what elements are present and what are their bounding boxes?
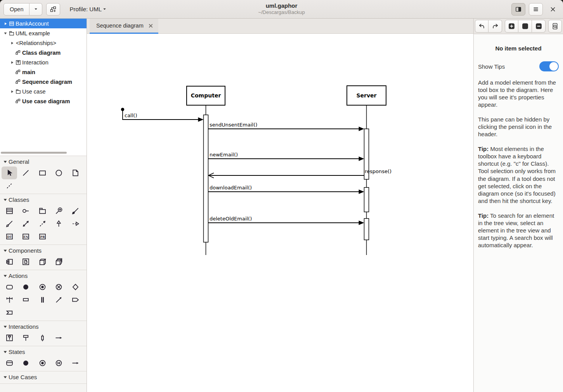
show-tips-toggle[interactable] [539, 61, 559, 71]
tool-dependency[interactable] [35, 217, 50, 230]
message-download-email[interactable]: downloadEmail() [208, 185, 364, 194]
tool-shared-association[interactable] [2, 217, 17, 230]
tool-pointer[interactable] [2, 167, 17, 179]
tool-accept-event-action[interactable] [2, 306, 17, 319]
toolbox-section-classes: ClassesDTENPR [0, 194, 87, 245]
toolbox-section-header[interactable]: Classes [0, 195, 87, 205]
diagram-canvas[interactable]: Computer Server [87, 34, 473, 392]
tool-interaction[interactable] [2, 331, 17, 344]
new-diagram-button[interactable] [46, 3, 60, 16]
message-send-unsent-email[interactable]: sendUnsentEmail() [208, 122, 364, 131]
tool-interface-realization[interactable] [68, 217, 83, 230]
tab-label: Sequence diagram [96, 23, 144, 29]
lifeline-head-server[interactable]: Server [347, 86, 386, 105]
tool-initial-node[interactable] [18, 281, 34, 293]
svg-text:EN: EN [23, 235, 28, 239]
tool-lifeline[interactable] [18, 331, 34, 344]
computer-activation-bar[interactable] [204, 115, 208, 242]
expander-right-icon[interactable] [9, 59, 15, 66]
zoom-out-button[interactable] [532, 20, 546, 33]
tool-partition[interactable] [2, 293, 17, 306]
tool-activity-final-node[interactable] [35, 281, 50, 293]
lifeline-head-computer[interactable]: Computer [187, 86, 225, 105]
tool-class[interactable] [2, 205, 17, 217]
redo-button[interactable] [489, 20, 502, 33]
tree-item-main[interactable]: main [0, 67, 87, 77]
tree-item-relationships[interactable]: <Relationships> [0, 38, 87, 48]
tool-action[interactable] [2, 281, 17, 293]
initial-node-icon [21, 283, 30, 291]
toolbox-section-header[interactable]: Interactions [0, 322, 87, 331]
tool-component[interactable] [2, 255, 17, 268]
tool-final-state[interactable] [35, 357, 50, 369]
tab-sequence-diagram[interactable]: Sequence diagram [90, 19, 158, 34]
profile-menubutton[interactable]: Profile: UML [67, 4, 109, 14]
tool-containment[interactable] [51, 205, 67, 217]
toolbox-section-header[interactable]: Components [0, 246, 87, 255]
tool-transition[interactable] [68, 357, 83, 369]
tool-message[interactable] [51, 331, 67, 344]
tool-generalization[interactable] [51, 217, 67, 230]
tool-history-pseudostate[interactable] [51, 357, 67, 369]
message-delete-old-email[interactable]: deleteOldEmail() [208, 216, 364, 225]
tool-primitive[interactable]: PR [35, 230, 50, 243]
tool-interface[interactable] [18, 205, 34, 217]
tool-comment-line[interactable] [2, 179, 17, 192]
tree-item-uml-example[interactable]: UML example [0, 28, 87, 38]
tool-fork-node[interactable] [35, 293, 50, 306]
undo-button[interactable] [475, 20, 489, 33]
main-menu-button[interactable] [529, 3, 543, 16]
tool-composite-association[interactable] [68, 205, 83, 217]
toolbox-section-header[interactable]: General [0, 157, 87, 167]
tool-package[interactable] [35, 205, 50, 217]
tool-execution-specification[interactable] [35, 331, 50, 344]
object-node-icon [21, 295, 30, 304]
tree-item-bankaccount[interactable]: BankAccount [0, 19, 87, 28]
open-button[interactable]: Open [3, 3, 29, 16]
expander-right-icon[interactable] [2, 21, 9, 27]
properties-pane-toggle-button[interactable] [511, 3, 525, 16]
tool-node[interactable] [35, 255, 50, 268]
tool-enumeration[interactable]: EN [18, 230, 34, 243]
tool-control-flow[interactable] [51, 293, 67, 306]
tab-close-icon[interactable] [148, 23, 153, 28]
tool-state[interactable] [2, 357, 17, 369]
close-window-button[interactable] [546, 3, 560, 16]
tree-item-interaction[interactable]: Interaction [0, 57, 87, 67]
tool-comment[interactable] [68, 167, 83, 179]
toolbox: GeneralClassesDTENPRComponentsActionsInt… [0, 156, 87, 392]
tool-association[interactable] [18, 217, 34, 230]
tool-ellipse[interactable] [51, 167, 67, 179]
zoom-in-button[interactable] [505, 20, 518, 33]
expander-right-icon[interactable] [9, 40, 15, 46]
tool-device[interactable] [51, 255, 67, 268]
toolbox-section-header[interactable]: Actions [0, 271, 87, 281]
toolbox-section-header[interactable]: Use Cases [0, 372, 87, 382]
activity-final-node-icon [38, 283, 47, 291]
expander-right-icon[interactable] [9, 88, 15, 95]
tool-artifact[interactable] [18, 255, 34, 268]
tree-item-sequence-diagram[interactable]: Sequence diagram [0, 77, 87, 87]
expander-down-icon[interactable] [2, 30, 9, 36]
tree-item-use-case[interactable]: Use case [0, 87, 87, 96]
tool-send-signal-action[interactable] [68, 293, 83, 306]
server-activation-bar-2[interactable] [364, 187, 369, 212]
server-activation-bar-3[interactable] [364, 219, 369, 240]
tool-data-type[interactable]: DT [2, 230, 17, 243]
tool-decision-node[interactable] [68, 281, 83, 293]
toolbox-section-actions: Actions [0, 270, 87, 321]
tree-horizontal-scrollbar[interactable] [1, 152, 67, 154]
tool-line[interactable] [18, 167, 34, 179]
open-dropdown-button[interactable] [29, 3, 42, 16]
tree-item-class-diagram[interactable]: Class diagram [0, 48, 87, 57]
tool-initial-pseudostate[interactable] [18, 357, 34, 369]
message-new-email[interactable]: newEmail() [208, 152, 364, 161]
zoom-original-button[interactable]: 1 [518, 20, 532, 33]
tool-flow-final-node[interactable] [51, 281, 67, 293]
tool-box[interactable] [35, 167, 50, 179]
toolbox-section-header[interactable]: States [0, 347, 87, 357]
message-call[interactable]: call() [121, 108, 204, 122]
tree-item-use-case-diagram[interactable]: Use case diagram [0, 96, 87, 106]
zoom-fit-button[interactable] [548, 20, 562, 33]
tool-object-node[interactable] [18, 293, 34, 306]
